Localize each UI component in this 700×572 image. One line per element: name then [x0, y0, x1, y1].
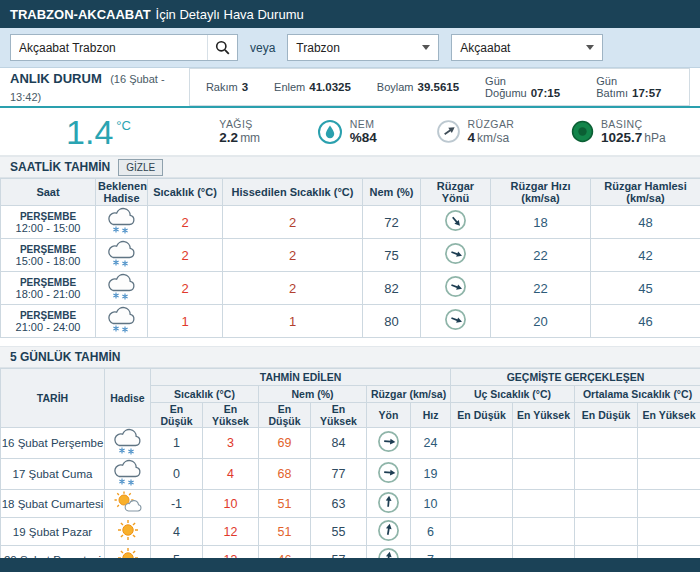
station-meta-item: Rakım3	[206, 81, 248, 93]
col-header-wind-speed: Hız	[411, 403, 451, 428]
partly-sunny-icon	[113, 490, 143, 514]
hourly-section-title: SAATLİK TAHMİN	[10, 160, 110, 174]
wind-direction-cell	[367, 459, 411, 490]
weather-condition-cell	[96, 206, 148, 239]
wind-speed-cell: 20	[491, 305, 591, 338]
current-metrics: YAĞIŞ 2.2mm NEM %84 RÜZGAR 4km/sa	[191, 118, 694, 145]
col-header-temp-min: En Düşük	[151, 403, 203, 428]
extreme-max-cell	[513, 518, 575, 546]
extreme-max-cell	[513, 428, 575, 459]
avg-max-cell	[638, 428, 700, 459]
wind-speed-cell: 10	[411, 490, 451, 518]
hour-cell: PERŞEMBE12:00 - 15:00	[1, 206, 96, 239]
wind-direction-icon	[444, 242, 467, 265]
extreme-min-cell	[451, 490, 513, 518]
extreme-min-cell	[451, 518, 513, 546]
col-header-feels-like: Hissedilen Sıcaklık (°C)	[223, 179, 363, 206]
col-header-wind-dir: Yön	[367, 403, 411, 428]
hourly-row: PERŞEMBE15:00 - 18:0022752242	[1, 239, 700, 272]
search-button[interactable]	[207, 35, 237, 60]
snow-cloud-icon	[104, 240, 140, 267]
sunny-icon	[115, 518, 141, 542]
extreme-min-cell	[451, 459, 513, 490]
humidity-max-cell: 55	[311, 518, 367, 546]
hourly-row: PERŞEMBE18:00 - 21:0022822245	[1, 272, 700, 305]
search-input[interactable]	[11, 35, 207, 60]
weather-condition-cell	[105, 490, 151, 518]
col-header-temperature: Sıcaklık (°C)	[148, 179, 223, 206]
wind-direction-icon	[444, 308, 467, 331]
humidity-cell: 75	[363, 239, 421, 272]
feels-like-cell: 2	[223, 272, 363, 305]
col-group-extreme-temp: Uç Sıcaklık (°C)	[451, 386, 575, 403]
humidity-min-cell: 69	[259, 428, 311, 459]
hourly-header-row: Saat Beklenen Hadise Sıcaklık (°C) Hisse…	[1, 179, 700, 206]
humidity-min-cell: 68	[259, 459, 311, 490]
snow-cloud-icon	[104, 207, 140, 234]
daily-forecast-table: TARİH Hadise TAHMİN EDİLEN GEÇMİŞTE GERÇ…	[0, 368, 700, 572]
wind-direction-cell	[421, 206, 491, 239]
extreme-max-cell	[513, 490, 575, 518]
humidity-cell: 80	[363, 305, 421, 338]
col-header-date: TARİH	[1, 369, 105, 428]
precipitation-unit: mm	[240, 131, 260, 145]
or-label: veya	[250, 41, 275, 55]
wind-direction-icon	[444, 275, 467, 298]
avg-min-cell	[575, 490, 638, 518]
col-group-past: GEÇMİŞTE GERÇEKLEŞEN	[451, 369, 700, 386]
col-header-time: Saat	[1, 179, 96, 206]
pressure-label: BASINÇ	[601, 118, 666, 130]
hour-cell: PERŞEMBE18:00 - 21:00	[1, 272, 96, 305]
daily-section-title: 5 GÜNLÜK TAHMİN	[10, 350, 120, 364]
wind-direction-cell	[421, 305, 491, 338]
col-header-wind-direction: Rüzgar Yönü	[421, 179, 491, 206]
station-meta-item: Enlem41.0325	[274, 81, 351, 93]
hour-cell: PERŞEMBE21:00 - 24:00	[1, 305, 96, 338]
col-header-ext-max: En Yüksek	[513, 403, 575, 428]
district-select[interactable]: Akçaabat	[451, 34, 603, 61]
temp-max-cell: 4	[203, 459, 259, 490]
temperature-cell: 2	[148, 206, 223, 239]
search-icon	[215, 40, 230, 55]
humidity-cell: 82	[363, 272, 421, 305]
wind-speed-cell: 6	[411, 518, 451, 546]
col-group-wind: Rüzgar (km/sa)	[367, 386, 451, 403]
province-select-value: Trabzon	[296, 41, 340, 55]
wind-speed-cell: 24	[411, 428, 451, 459]
station-meta-item: Gün Doğumu07:15	[485, 75, 570, 99]
wind-speed-cell: 19	[411, 459, 451, 490]
snow-cloud-icon	[104, 273, 140, 300]
temp-max-cell: 10	[203, 490, 259, 518]
daily-row: 17 Şubat Cuma04687719	[1, 459, 700, 490]
pressure-metric: BASINÇ 1025.7hPa	[571, 118, 666, 145]
wind-direction-cell	[421, 239, 491, 272]
weather-condition-cell	[105, 518, 151, 546]
hide-hourly-button[interactable]: GİZLE	[118, 159, 163, 176]
humidity-max-cell: 63	[311, 490, 367, 518]
wind-gust-cell: 45	[591, 272, 700, 305]
wind-label: RÜZGAR	[468, 118, 515, 130]
temp-max-cell: 3	[203, 428, 259, 459]
page-header-bar: TRABZON-AKCAABAT İçin Detaylı Hava Durum…	[0, 0, 700, 28]
wind-value: 4	[468, 130, 476, 145]
col-header-condition: Hadise	[105, 369, 151, 428]
province-select[interactable]: Trabzon	[287, 34, 439, 61]
wind-direction-icon	[444, 209, 467, 232]
daily-table-body: 16 Şubat Perşembe1369842417 Şubat Cuma04…	[1, 428, 700, 572]
wind-direction-cell	[367, 428, 411, 459]
avg-min-cell	[575, 518, 638, 546]
wind-arrow-icon	[436, 119, 461, 144]
col-header-ext-min: En Düşük	[451, 403, 513, 428]
wind-gust-cell: 42	[591, 239, 700, 272]
hour-cell: PERŞEMBE15:00 - 18:00	[1, 239, 96, 272]
current-temperature-unit: °C	[116, 118, 131, 133]
wind-direction-icon	[377, 491, 400, 514]
daily-row: 18 Şubat Cumartesi-110516310	[1, 490, 700, 518]
station-meta-box: Rakım3Enlem41.0325Boylam39.5615Gün Doğum…	[189, 68, 690, 106]
current-temperature-value: 1.4	[66, 113, 113, 151]
current-conditions-header: ANLIK DURUM (16 Şubat - 13:42) Rakım3Enl…	[0, 68, 700, 106]
hourly-section-header: SAATLİK TAHMİN GİZLE	[0, 156, 700, 178]
humidity-label: NEM	[350, 118, 379, 130]
weather-condition-cell	[96, 272, 148, 305]
wind-gust-cell: 46	[591, 305, 700, 338]
